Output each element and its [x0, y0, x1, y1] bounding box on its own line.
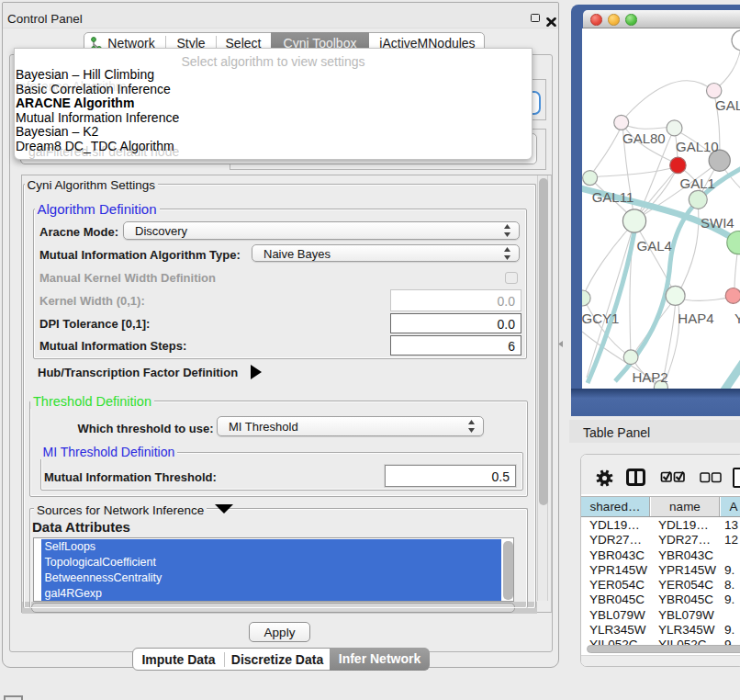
- svg-text:Y: Y: [734, 310, 740, 326]
- svg-text:GAL80: GAL80: [622, 130, 666, 146]
- svg-text:HAP4: HAP4: [678, 310, 713, 326]
- svg-text:HAP2: HAP2: [632, 369, 667, 385]
- svg-text:GAL10: GAL10: [676, 139, 719, 154]
- svg-text:GAL2: GAL2: [715, 97, 740, 113]
- svg-text:GAL1: GAL1: [680, 175, 715, 191]
- svg-text:SWI4: SWI4: [701, 215, 734, 231]
- svg-text:GAL11: GAL11: [592, 189, 634, 205]
- svg-text:GAL4: GAL4: [637, 238, 672, 254]
- svg-text:GCY1: GCY1: [582, 310, 619, 326]
